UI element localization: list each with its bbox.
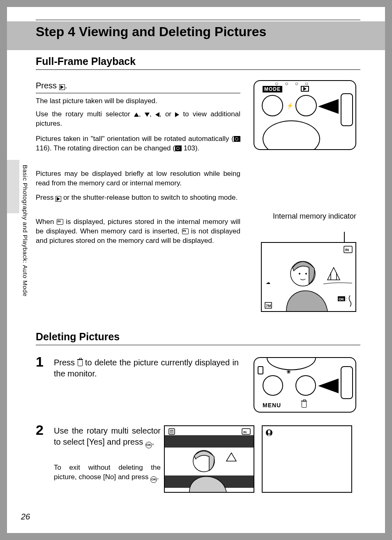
macro-icon: ❀ bbox=[286, 369, 291, 375]
instruction-heading: Press . bbox=[36, 81, 67, 90]
menu-button bbox=[263, 375, 283, 396]
text: Use the rotary multi selector bbox=[36, 110, 134, 118]
text: When bbox=[36, 218, 57, 226]
trash-icon bbox=[78, 360, 83, 366]
svg-text:OK: OK bbox=[339, 297, 344, 301]
page-title: Step 4 Viewing and Deleting Pictures bbox=[36, 24, 266, 39]
text: Press bbox=[36, 194, 55, 201]
side-tab-label: Basic Photography and Playback: Auto Mod… bbox=[22, 165, 29, 297]
section-heading-deleting: Deleting Pictures bbox=[36, 331, 120, 343]
text: . bbox=[157, 473, 159, 481]
pointer-arrow-icon bbox=[318, 99, 339, 114]
text: 103). bbox=[182, 144, 199, 152]
paragraph: The last picture taken will be displayed… bbox=[36, 97, 240, 106]
svg-point-3 bbox=[299, 273, 300, 275]
dial-outline bbox=[263, 120, 320, 150]
svg-rect-11 bbox=[165, 435, 254, 448]
pointer-arrow-icon bbox=[318, 378, 339, 393]
svg-text:IN: IN bbox=[243, 430, 247, 434]
paragraph: Use the rotary multi selector , , , or t… bbox=[36, 110, 240, 129]
text: or the shutter-release button to switch … bbox=[61, 194, 238, 201]
screen-illustration bbox=[263, 426, 351, 492]
text: . bbox=[152, 437, 154, 446]
step-body-text: To exit without deleting the picture, ch… bbox=[54, 463, 161, 483]
down-arrow-icon bbox=[145, 113, 150, 117]
camera-top-diagram: ○ ○ ○ ○ MODE ⚡ bbox=[254, 80, 356, 150]
ok-button-icon bbox=[150, 476, 157, 483]
top-rule bbox=[36, 20, 360, 20]
right-arrow-icon bbox=[175, 112, 179, 117]
svg-text:☁: ☁ bbox=[266, 280, 270, 285]
camera-bottom-diagram: ❀ MENU bbox=[254, 357, 356, 413]
page-ref-icon bbox=[234, 136, 240, 142]
side-tab-bg bbox=[7, 160, 19, 213]
port-outline bbox=[258, 366, 263, 374]
paragraph: Pictures may be displayed briefly at low… bbox=[36, 169, 240, 188]
left-arrow-icon bbox=[155, 112, 159, 117]
flash-icon: ⚡ bbox=[286, 102, 293, 109]
internal-memory-icon bbox=[182, 228, 189, 234]
text: . bbox=[65, 81, 67, 90]
strap-lug bbox=[341, 93, 353, 126]
instruction-rule bbox=[36, 93, 240, 93]
section-heading-fullframe: Full-Frame Playback bbox=[36, 55, 136, 67]
text: Pictures taken in "tall" orientation wil… bbox=[36, 135, 234, 143]
text: 116). The rotating direction can be chan… bbox=[36, 144, 175, 152]
dial-outline bbox=[267, 357, 316, 370]
screen-illustration: IN bbox=[165, 426, 254, 492]
page-number: 26 bbox=[21, 512, 30, 522]
text: Use the rotary multi selector to select … bbox=[54, 426, 161, 446]
svg-rect-18 bbox=[268, 430, 270, 434]
svg-text:7M: 7M bbox=[266, 304, 271, 308]
menu-label: MENU bbox=[263, 402, 281, 408]
playback-icon bbox=[55, 196, 61, 202]
ok-button-icon bbox=[145, 442, 152, 448]
delete-button bbox=[295, 375, 316, 396]
svg-rect-19 bbox=[268, 434, 270, 436]
delete-confirm-screen-a: IN bbox=[164, 425, 254, 493]
paragraph: Pictures taken in "tall" orientation wil… bbox=[36, 134, 240, 153]
section-rule bbox=[36, 345, 360, 345]
svg-text:IN: IN bbox=[345, 248, 349, 252]
text: Press bbox=[36, 81, 59, 90]
trash-label-icon bbox=[302, 401, 307, 408]
svg-text::: : bbox=[346, 296, 347, 301]
step-number: 1 bbox=[36, 354, 44, 370]
playback-button-label bbox=[301, 86, 309, 92]
manual-page: Basic Photography and Playback: Auto Mod… bbox=[7, 7, 385, 533]
strap-lug bbox=[341, 366, 353, 399]
delete-confirm-screen-b bbox=[262, 425, 352, 493]
step-text: Use the rotary multi selector to select … bbox=[54, 425, 161, 448]
text: Press bbox=[54, 358, 78, 367]
memory-indicator-label: Internal memory indicator bbox=[270, 212, 356, 221]
paragraph: Press or the shutter-release button to s… bbox=[36, 193, 240, 203]
svg-point-4 bbox=[305, 273, 307, 275]
playback-icon bbox=[59, 84, 65, 90]
internal-memory-icon bbox=[57, 219, 63, 225]
section-rule bbox=[36, 69, 360, 70]
step-number: 2 bbox=[36, 422, 44, 438]
portrait-illustration: IN ☁ 7M OK : bbox=[262, 243, 355, 311]
step-text: Press to delete the picture currently di… bbox=[54, 357, 239, 379]
text: To exit without deleting the picture, ch… bbox=[54, 464, 161, 481]
page-ref-icon bbox=[175, 145, 182, 151]
mode-label: MODE bbox=[263, 86, 282, 92]
paragraph: When is displayed, pictures stored in th… bbox=[36, 217, 240, 246]
mode-button bbox=[262, 95, 283, 116]
up-arrow-icon bbox=[134, 113, 139, 117]
playback-button bbox=[295, 95, 317, 116]
playback-screen-illustration: IN ☁ 7M OK : bbox=[261, 242, 356, 312]
